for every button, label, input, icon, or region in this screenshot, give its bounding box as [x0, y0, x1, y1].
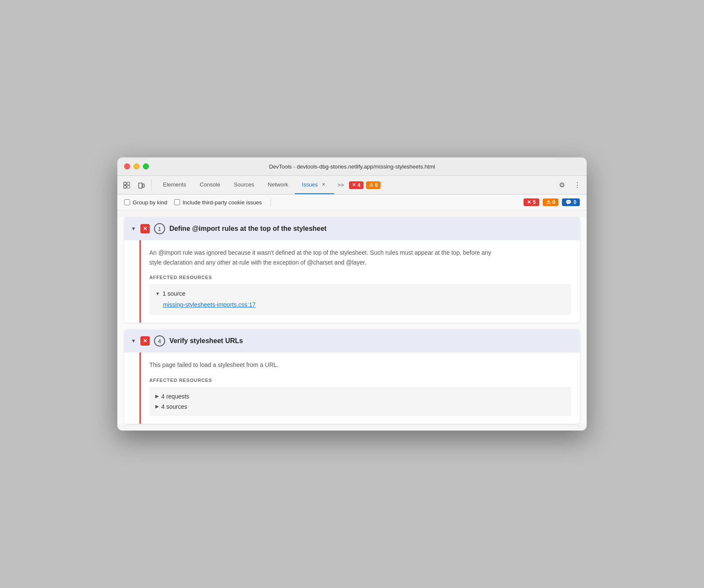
toolbar-right: ⚙ ⋮ — [556, 179, 583, 191]
third-party-checkbox[interactable]: Include third-party cookie issues — [174, 199, 262, 206]
chevron-down-icon: ▼ — [155, 291, 160, 296]
resources-box: ▶ 4 requests ▶ 4 sources — [149, 387, 571, 416]
source-link[interactable]: missing-stylesheets-imports.css:17 — [155, 299, 565, 311]
tab-console[interactable]: Console — [193, 176, 227, 194]
more-options-button[interactable]: ⋮ — [571, 179, 583, 191]
toolbar-icons — [121, 179, 152, 191]
error-flag-icon: ✕ — [140, 224, 150, 233]
issue-verify-urls: ▼ ✕ 4 Verify stylesheet URLs This page f… — [124, 329, 580, 423]
filter-warn-badge: ⚠ 0 — [543, 198, 559, 206]
main-toolbar: Elements Console Sources Network Issues … — [117, 176, 587, 195]
issue-body: This page failed to load a stylesheet fr… — [124, 352, 580, 423]
tab-elements[interactable]: Elements — [156, 176, 193, 194]
svg-rect-3 — [127, 186, 130, 188]
more-tabs-button[interactable]: >> — [334, 182, 347, 188]
issue-description: An @import rule was ignored because it w… — [149, 248, 499, 267]
svg-rect-2 — [127, 182, 130, 185]
warn-badge: ⚠ 5 — [366, 181, 381, 189]
issue-count-badge: 1 — [154, 223, 165, 234]
issue-title: Define @import rules at the top of the s… — [169, 225, 327, 233]
tab-bar: Elements Console Sources Network Issues … — [156, 176, 556, 194]
close-button[interactable] — [124, 163, 130, 169]
device-toolbar-icon[interactable] — [135, 179, 147, 191]
tab-issues-close[interactable]: ✕ — [320, 181, 327, 188]
issue-content: This page failed to load a stylesheet fr… — [141, 352, 580, 423]
traffic-lights — [124, 163, 149, 169]
svg-rect-0 — [124, 182, 126, 185]
svg-rect-4 — [139, 183, 142, 188]
filter-badges: ✕ 5 ⚠ 0 💬 0 — [524, 198, 580, 206]
source-toggle[interactable]: ▼ 1 source — [155, 288, 565, 299]
filter-error-badge: ✕ 5 — [524, 198, 539, 206]
issue-body: An @import rule was ignored because it w… — [124, 240, 580, 323]
window-title: DevTools - devtools-dbg-stories.netlify.… — [269, 163, 435, 170]
affected-resources-label: AFFECTED RESOURCES — [149, 275, 571, 280]
issue-description: This page failed to load a stylesheet fr… — [149, 360, 499, 370]
filterbar: Group by kind Include third-party cookie… — [117, 195, 587, 210]
inspector-icon[interactable] — [121, 179, 133, 191]
tab-sources[interactable]: Sources — [227, 176, 261, 194]
group-by-kind-checkbox[interactable]: Group by kind — [124, 199, 167, 206]
issue-verify-urls-header[interactable]: ▼ ✕ 4 Verify stylesheet URLs — [124, 329, 580, 352]
titlebar: DevTools - devtools-dbg-stories.netlify.… — [117, 157, 587, 176]
filter-info-badge: 💬 0 — [562, 198, 580, 206]
error-badge: ✕ 4 — [349, 181, 364, 189]
tab-network[interactable]: Network — [261, 176, 295, 194]
minimize-button[interactable] — [134, 163, 140, 169]
sources-toggle[interactable]: ▶ 4 sources — [155, 402, 565, 412]
resources-box: ▼ 1 source missing-stylesheets-imports.c… — [149, 284, 571, 315]
chevron-right-icon: ▶ — [155, 404, 159, 409]
chevron-down-icon: ▼ — [131, 338, 136, 344]
issue-count-badge: 4 — [154, 335, 165, 346]
svg-rect-5 — [143, 184, 144, 187]
issues-content: ▼ ✕ 1 Define @import rules at the top of… — [117, 217, 587, 423]
chevron-right-icon: ▶ — [155, 393, 159, 399]
issue-content: An @import rule was ignored because it w… — [141, 240, 580, 323]
requests-toggle[interactable]: ▶ 4 requests — [155, 391, 565, 402]
error-flag-icon: ✕ — [140, 336, 150, 346]
svg-rect-1 — [124, 186, 126, 188]
settings-button[interactable]: ⚙ — [556, 179, 568, 191]
devtools-window: DevTools - devtools-dbg-stories.netlify.… — [117, 157, 587, 430]
maximize-button[interactable] — [143, 163, 149, 169]
issue-import-rules-header[interactable]: ▼ ✕ 1 Define @import rules at the top of… — [124, 217, 580, 240]
filter-divider — [271, 198, 271, 207]
issue-import-rules: ▼ ✕ 1 Define @import rules at the top of… — [124, 217, 580, 323]
chevron-down-icon: ▼ — [131, 226, 136, 232]
tab-issues[interactable]: Issues ✕ — [295, 176, 334, 194]
affected-resources-label: AFFECTED RESOURCES — [149, 378, 571, 383]
issue-title: Verify stylesheet URLs — [169, 337, 243, 345]
